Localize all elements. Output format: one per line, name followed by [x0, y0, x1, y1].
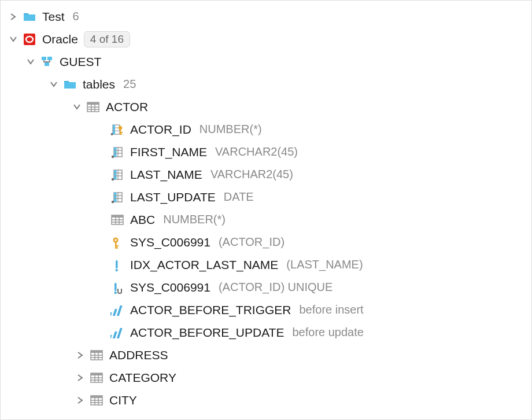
tree-item-column-last-name[interactable]: LAST_NAME VARCHAR2(45)	[1, 163, 531, 186]
column-type: NUMBER(*)	[200, 123, 262, 136]
tree-item-key-pk[interactable]: SYS_C006991 (ACTOR_ID)	[1, 231, 531, 253]
chevron-right-icon[interactable]	[75, 349, 86, 361]
trigger-icon	[110, 303, 124, 317]
column-name: LAST_NAME	[130, 168, 202, 182]
column-name: ACTOR_ID	[130, 123, 191, 137]
index-detail: (LAST_NAME)	[286, 258, 363, 271]
tree-item-column-first-name[interactable]: FIRST_NAME VARCHAR2(45)	[1, 141, 531, 163]
folder-icon	[63, 78, 77, 91]
tree-label: GUEST	[60, 55, 101, 69]
table-icon	[86, 100, 100, 114]
tree-item-column-actor-id[interactable]: ACTOR_ID NUMBER(*)	[1, 118, 531, 141]
column-name: FIRST_NAME	[130, 145, 207, 159]
trigger-name: ACTOR_BEFORE_UPDATE	[130, 326, 284, 340]
column-type: DATE	[224, 190, 254, 204]
column-type: VARCHAR2(45)	[215, 145, 298, 159]
chevron-down-icon[interactable]	[48, 79, 60, 90]
tree-item-index-2[interactable]: SYS_C006991 (ACTOR_ID) UNIQUE	[1, 276, 531, 299]
index-icon	[110, 258, 124, 272]
table-icon	[90, 348, 104, 362]
column-pk-icon	[110, 123, 124, 137]
table-icon	[110, 213, 124, 227]
index-detail: (ACTOR_ID) UNIQUE	[219, 281, 332, 294]
count-badge: 4 of 16	[84, 31, 130, 47]
tree-item-tables[interactable]: tables 25	[1, 73, 531, 95]
tree-item-schema-guest[interactable]: GUEST	[1, 50, 531, 73]
folder-icon	[23, 10, 36, 24]
chevron-right-icon[interactable]	[75, 372, 86, 384]
tree-item-trigger-1[interactable]: ACTOR_BEFORE_TRIGGER before insert	[1, 299, 531, 321]
table-icon	[90, 393, 104, 407]
trigger-detail: before insert	[300, 303, 364, 316]
chevron-right-icon[interactable]	[8, 11, 19, 23]
tree-label: CITY	[109, 393, 137, 407]
key-detail: (ACTOR_ID)	[219, 235, 285, 249]
tree-count: 6	[73, 10, 79, 23]
tree-label: Test	[42, 10, 65, 24]
chevron-down-icon[interactable]	[8, 34, 19, 45]
tree-label: ACTOR	[106, 100, 148, 114]
tree-item-oracle[interactable]: Oracle 4 of 16	[1, 28, 531, 50]
tree-item-trigger-2[interactable]: ACTOR_BEFORE_UPDATE before update	[1, 321, 531, 344]
tree-label: ADDRESS	[109, 348, 168, 362]
index-unique-icon	[110, 281, 124, 294]
tree-label: Oracle	[42, 32, 78, 46]
column-icon	[110, 190, 124, 204]
tree-item-table-city[interactable]: CITY	[1, 389, 531, 411]
tree-item-test[interactable]: Test 6	[1, 5, 531, 28]
tree-item-table-address[interactable]: ADDRESS	[1, 344, 531, 366]
column-type: NUMBER(*)	[163, 213, 226, 226]
chevron-down-icon[interactable]	[71, 101, 83, 113]
chevron-right-icon[interactable]	[75, 395, 86, 406]
tree-item-table-category[interactable]: CATEGORY	[1, 366, 531, 389]
tree-item-table-actor[interactable]: ACTOR	[1, 95, 531, 118]
index-name: IDX_ACTOR_LAST_NAME	[130, 258, 278, 272]
column-name: LAST_UPDATE	[130, 190, 216, 204]
key-icon	[110, 235, 124, 249]
column-type: VARCHAR2(45)	[210, 168, 293, 181]
column-name: ABC	[130, 213, 155, 227]
tree-count: 25	[123, 78, 136, 91]
trigger-icon	[110, 326, 124, 340]
tree-item-column-abc[interactable]: ABC NUMBER(*)	[1, 208, 531, 231]
oracle-icon	[23, 32, 36, 46]
tree-item-column-last-update[interactable]: LAST_UPDATE DATE	[1, 186, 531, 208]
key-name: SYS_C006991	[130, 235, 210, 249]
tree-label: CATEGORY	[109, 371, 176, 385]
chevron-down-icon[interactable]	[25, 56, 36, 68]
schema-icon	[40, 55, 54, 69]
trigger-name: ACTOR_BEFORE_TRIGGER	[130, 303, 291, 317]
tree-item-index-1[interactable]: IDX_ACTOR_LAST_NAME (LAST_NAME)	[1, 253, 531, 276]
column-icon	[110, 145, 124, 159]
tree-label: tables	[83, 78, 115, 91]
index-name: SYS_C006991	[130, 281, 210, 294]
table-icon	[90, 371, 104, 385]
column-icon	[110, 168, 124, 182]
trigger-detail: before update	[292, 326, 363, 339]
